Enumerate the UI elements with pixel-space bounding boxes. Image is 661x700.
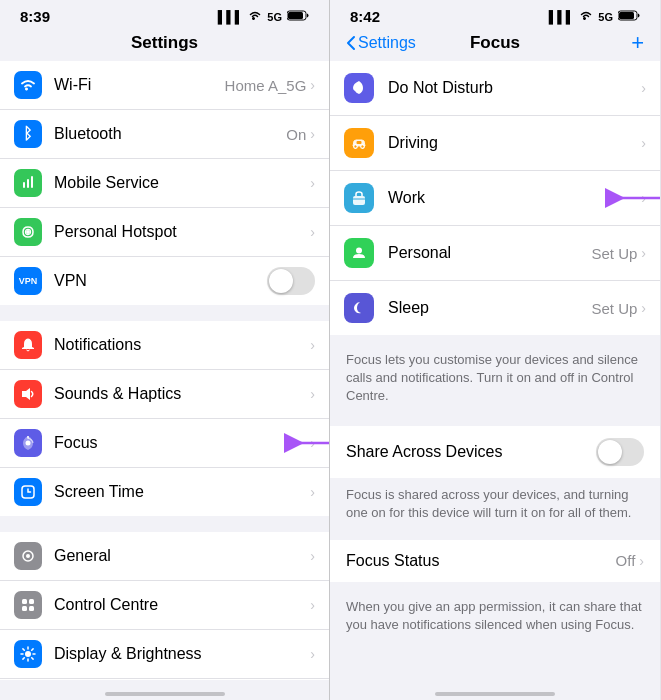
focus-status-section: Focus Status Off › [330, 540, 660, 582]
right-wifi-icon [579, 9, 593, 24]
svg-rect-31 [619, 12, 634, 19]
svg-rect-2 [23, 182, 25, 188]
wifi-icon-bg [14, 71, 42, 99]
focus-items-section: Do Not Disturb › Driving › [330, 61, 660, 335]
work-row[interactable]: Work › [330, 171, 660, 226]
hotspot-row[interactable]: Personal Hotspot › [0, 208, 329, 257]
vpn-row[interactable]: VPN VPN [0, 257, 329, 305]
notifications-content: Notifications › [54, 336, 315, 354]
left-home-bar [105, 692, 225, 696]
focus-status-row[interactable]: Focus Status Off › [330, 540, 660, 582]
work-icon [344, 183, 374, 213]
gap4 [330, 532, 660, 540]
right-home-bar [435, 692, 555, 696]
focus-status-detail: Off [616, 552, 636, 569]
display-chevron: › [310, 646, 315, 662]
bluetooth-detail: On [286, 126, 306, 143]
hotspot-icon-bg [14, 218, 42, 246]
general-row[interactable]: General › [0, 532, 329, 581]
wifi-row[interactable]: Wi-Fi Home A_5G › [0, 61, 329, 110]
svg-point-7 [26, 441, 31, 446]
notifications-label: Notifications [54, 336, 141, 354]
add-focus-button[interactable]: + [631, 30, 644, 56]
gap2 [0, 524, 329, 532]
bluetooth-row[interactable]: ᛒ Bluetooth On › [0, 110, 329, 159]
right-nav-header: Settings Focus + [330, 29, 660, 61]
general-label: General [54, 547, 111, 565]
donotdisturb-row[interactable]: Do Not Disturb › [330, 61, 660, 116]
vpn-toggle[interactable] [267, 267, 315, 295]
svg-rect-12 [29, 599, 34, 604]
driving-icon [344, 128, 374, 158]
driving-row[interactable]: Driving › [330, 116, 660, 171]
focus-scroll[interactable]: Do Not Disturb › Driving › [330, 61, 660, 680]
right-status-bar: 8:42 ▌▌▌ 5G [330, 0, 660, 29]
share-section: Share Across Devices [330, 426, 660, 478]
work-chevron: › [641, 190, 646, 206]
bluetooth-chevron: › [310, 126, 315, 142]
mobile-content: Mobile Service › [54, 174, 315, 192]
focus-chevron: › [310, 435, 315, 451]
driving-label: Driving [388, 134, 641, 152]
sounds-label: Sounds & Haptics [54, 385, 181, 403]
right-signal-icon: ▌▌▌ [549, 10, 575, 24]
controlcentre-chevron: › [310, 597, 315, 613]
focus-row[interactable]: Focus › [0, 419, 329, 468]
sleep-detail: Set Up [591, 300, 637, 317]
screentime-label: Screen Time [54, 483, 144, 501]
personal-row[interactable]: Personal Set Up › [330, 226, 660, 281]
sounds-row[interactable]: Sounds & Haptics › [0, 370, 329, 419]
donotdisturb-label: Do Not Disturb [388, 79, 641, 97]
svg-rect-13 [22, 606, 27, 611]
vpn-content: VPN [54, 267, 315, 295]
svg-line-21 [32, 658, 33, 659]
vpn-icon-bg: VPN [14, 267, 42, 295]
share-toggle[interactable] [596, 438, 644, 466]
sounds-icon-bg [14, 380, 42, 408]
sleep-row[interactable]: Sleep Set Up › [330, 281, 660, 335]
share-toggle-knob [598, 440, 622, 464]
wifi-chevron: › [310, 77, 315, 93]
settings-scroll[interactable]: Wi-Fi Home A_5G › ᛒ Bluetooth On › [0, 61, 329, 680]
svg-rect-11 [22, 599, 27, 604]
notifications-row[interactable]: Notifications › [0, 321, 329, 370]
screentime-icon-bg [14, 478, 42, 506]
controlcentre-row[interactable]: Control Centre › [0, 581, 329, 630]
hotspot-chevron: › [310, 224, 315, 240]
focus-description: Focus lets you customise your devices an… [330, 343, 660, 418]
sleep-chevron: › [641, 300, 646, 316]
back-button[interactable]: Settings [346, 34, 416, 52]
general-icon-bg [14, 542, 42, 570]
personal-icon [344, 238, 374, 268]
hotspot-content: Personal Hotspot › [54, 223, 315, 241]
svg-rect-3 [27, 179, 29, 188]
notifications-section: Notifications › Sounds & Haptics › [0, 321, 329, 516]
connectivity-section: Wi-Fi Home A_5G › ᛒ Bluetooth On › [0, 61, 329, 305]
mobile-label: Mobile Service [54, 174, 159, 192]
wifi-detail: Home A_5G [225, 77, 307, 94]
notifications-icon-bg [14, 331, 42, 359]
controlcentre-label: Control Centre [54, 596, 158, 614]
personal-detail: Set Up [591, 245, 637, 262]
sounds-content: Sounds & Haptics › [54, 385, 315, 403]
display-icon-bg [14, 640, 42, 668]
right-page-title: Focus [470, 33, 520, 53]
bluetooth-right: On › [286, 126, 315, 143]
mobile-icon-bg [14, 169, 42, 197]
notifications-chevron: › [310, 337, 315, 353]
svg-point-33 [361, 145, 365, 149]
mobile-row[interactable]: Mobile Service › [0, 159, 329, 208]
share-row[interactable]: Share Across Devices [330, 426, 660, 478]
left-phone-panel: 8:39 ▌▌▌ 5G Settings [0, 0, 330, 700]
right-phone-panel: 8:42 ▌▌▌ 5G [330, 0, 660, 700]
sleep-icon [344, 293, 374, 323]
left-nav-header: Settings [0, 29, 329, 61]
hotspot-label: Personal Hotspot [54, 223, 177, 241]
right-time: 8:42 [350, 8, 380, 25]
screentime-row[interactable]: Screen Time › [0, 468, 329, 516]
focus-status-description: When you give an app permission, it can … [330, 590, 660, 644]
signal-icon: ▌▌▌ [218, 10, 244, 24]
wifi-right: Home A_5G › [225, 77, 315, 94]
display-row[interactable]: Display & Brightness › [0, 630, 329, 679]
display-label: Display & Brightness [54, 645, 202, 663]
